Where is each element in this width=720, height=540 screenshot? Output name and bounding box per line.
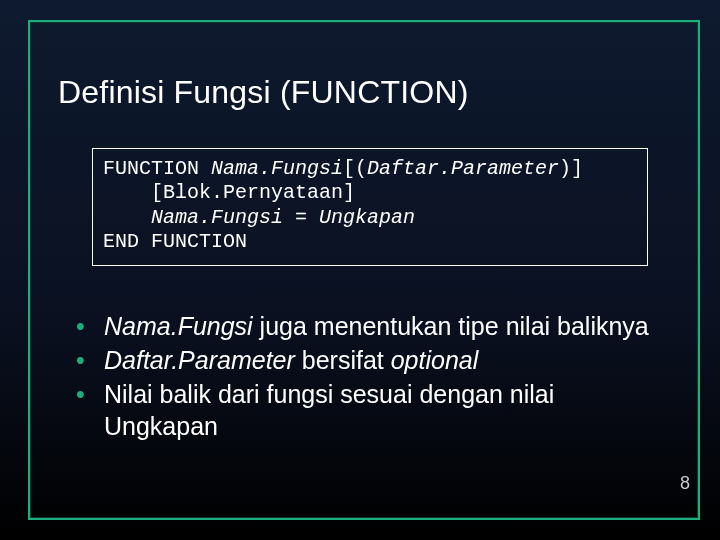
kw-function: FUNCTION — [103, 157, 211, 180]
bullet-1-text: juga menentukan tipe nilai baliknya — [253, 312, 649, 340]
code-line2: [Blok.Pernyataan] — [103, 181, 355, 204]
bullet-list: Nama.Fungsi juga menentukan tipe nilai b… — [74, 310, 660, 444]
bullet-3-text: Nilai balik dari fungsi sesuai dengan ni… — [104, 380, 554, 440]
code-line3-nama: Nama.Fungsi = Ungkapan — [151, 206, 415, 229]
code-nama-fungsi: Nama.Fungsi — [211, 157, 343, 180]
page-number: 8 — [680, 473, 690, 494]
bullet-2: Daftar.Parameter bersifat optional — [74, 344, 660, 376]
code-daftar-parameter: Daftar.Parameter — [367, 157, 559, 180]
bullet-1-em: Nama.Fungsi — [104, 312, 253, 340]
bullet-2-mid: bersifat — [295, 346, 391, 374]
bullet-2-em2: optional — [391, 346, 479, 374]
syntax-box: FUNCTION Nama.Fungsi[(Daftar.Parameter)]… — [92, 148, 648, 266]
bullet-3: Nilai balik dari fungsi sesuai dengan ni… — [74, 378, 660, 442]
slide-title: Definisi Fungsi (FUNCTION) — [58, 74, 469, 111]
code-params-open: [( — [343, 157, 367, 180]
code-params-close: )] — [559, 157, 583, 180]
bullet-2-em1: Daftar.Parameter — [104, 346, 295, 374]
bullet-1: Nama.Fungsi juga menentukan tipe nilai b… — [74, 310, 660, 342]
kw-end-function: END FUNCTION — [103, 230, 247, 253]
code-line3-prefix — [103, 206, 151, 229]
